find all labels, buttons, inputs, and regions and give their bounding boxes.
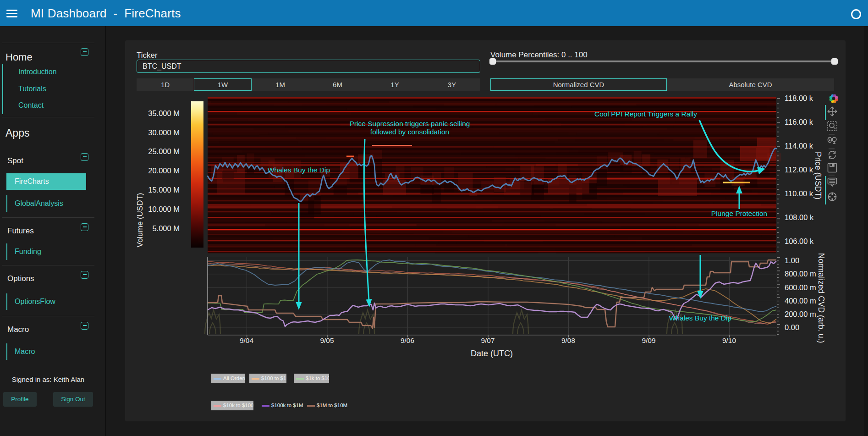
svg-text:30.000 M: 30.000 M xyxy=(148,128,180,137)
svg-text:800.00 m: 800.00 m xyxy=(785,270,816,278)
svg-text:9/04: 9/04 xyxy=(240,337,254,344)
svg-text:35.000 M: 35.000 M xyxy=(148,109,180,117)
svg-text:118.00 k: 118.00 k xyxy=(785,94,813,102)
svg-text:1.00: 1.00 xyxy=(785,256,799,265)
svg-text:followed by consolidation: followed by consolidation xyxy=(370,128,449,136)
svg-text:9/08: 9/08 xyxy=(561,337,575,344)
svg-text:108.00 k: 108.00 k xyxy=(785,213,814,221)
svg-text:112.00 k: 112.00 k xyxy=(785,166,813,174)
svg-text:600.00 m: 600.00 m xyxy=(785,283,816,292)
svg-text:10.000 M: 10.000 M xyxy=(148,205,180,213)
svg-text:110.00 k: 110.00 k xyxy=(785,189,813,198)
svg-text:106.00 k: 106.00 k xyxy=(785,237,814,245)
svg-text:200.00 m: 200.00 m xyxy=(785,310,816,318)
svg-text:Price Supression triggers pani: Price Supression triggers panic selling xyxy=(350,120,470,127)
svg-text:20.000 M: 20.000 M xyxy=(148,166,180,175)
svg-text:9/07: 9/07 xyxy=(481,337,494,344)
svg-text:400.00 m: 400.00 m xyxy=(785,297,816,305)
svg-text:Volume (USDT): Volume (USDT) xyxy=(136,193,144,247)
svg-text:0.00: 0.00 xyxy=(785,323,799,331)
svg-text:Cool PPI Report Triggers a Ral: Cool PPI Report Triggers a Rally xyxy=(594,110,697,118)
svg-text:5.000 M: 5.000 M xyxy=(152,224,180,232)
svg-text:114.00 k: 114.00 k xyxy=(785,142,813,150)
svg-text:25.000 M: 25.000 M xyxy=(148,147,180,155)
svg-text:Plunge Protection: Plunge Protection xyxy=(711,210,767,217)
svg-text:9/06: 9/06 xyxy=(401,337,414,344)
svg-text:9/10: 9/10 xyxy=(722,337,736,344)
svg-text:Whales Buy the Dip: Whales Buy the Dip xyxy=(669,314,731,322)
svg-text:15.000 M: 15.000 M xyxy=(148,186,180,194)
svg-text:9/05: 9/05 xyxy=(320,337,334,344)
svg-text:Normalized CVD (arb. u.): Normalized CVD (arb. u.) xyxy=(817,253,826,343)
svg-text:9/09: 9/09 xyxy=(642,337,655,344)
svg-text:Date (UTC): Date (UTC) xyxy=(471,349,513,358)
svg-text:Price (USDT): Price (USDT) xyxy=(813,152,823,199)
svg-text:Whales Buy the Dip: Whales Buy the Dip xyxy=(268,166,330,174)
svg-text:116.00 k: 116.00 k xyxy=(785,118,813,126)
